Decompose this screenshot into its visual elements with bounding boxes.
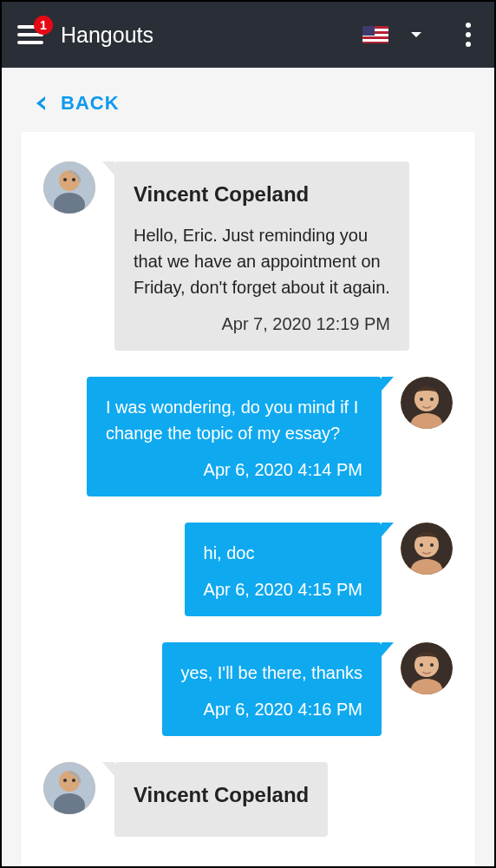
more-options-button[interactable] (458, 23, 479, 47)
back-label: BACK (61, 92, 120, 115)
message-bubble-other: Vincent Copeland Hello, Eric. Just remin… (114, 161, 409, 351)
message-row: I was wondering, do you mind if I change… (43, 377, 453, 496)
svg-point-8 (420, 398, 423, 401)
message-text: yes, I'll be there, thanks (181, 660, 362, 686)
svg-point-24 (72, 779, 75, 782)
message-bubble-self: I was wondering, do you mind if I change… (87, 377, 382, 496)
chevron-left-icon (36, 96, 45, 110)
app-header: 1 Hangouts (2, 2, 494, 68)
avatar[interactable] (43, 161, 95, 214)
message-row: Vincent Copeland (43, 762, 453, 837)
message-bubble-self: yes, I'll be there, thanks Apr 6, 2020 4… (162, 642, 382, 736)
message-row: yes, I'll be there, thanks Apr 6, 2020 4… (43, 642, 453, 736)
message-time: Apr 6, 2020 4:14 PM (106, 457, 362, 483)
message-bubble-other: Vincent Copeland (114, 762, 328, 837)
svg-point-3 (63, 178, 67, 181)
message-time: Apr 6, 2020 4:16 PM (181, 696, 362, 722)
language-dropdown-icon[interactable] (411, 32, 421, 37)
svg-point-9 (430, 398, 434, 401)
message-text: Hello, Eric. Just reminding you that we … (134, 222, 390, 300)
menu-button[interactable]: 1 (17, 25, 43, 44)
message-row: Vincent Copeland Hello, Eric. Just remin… (43, 161, 453, 351)
message-text: I was wondering, do you mind if I change… (106, 394, 362, 446)
message-time: Apr 7, 2020 12:19 PM (134, 311, 390, 337)
avatar[interactable] (43, 762, 95, 814)
avatar[interactable] (401, 377, 453, 429)
notification-badge: 1 (34, 16, 53, 35)
avatar[interactable] (401, 642, 453, 694)
message-text: hi, doc (204, 540, 362, 566)
message-row: hi, doc Apr 6, 2020 4:15 PM (43, 523, 453, 616)
svg-point-19 (430, 663, 434, 667)
avatar[interactable] (401, 523, 453, 575)
back-button[interactable]: BACK (2, 68, 494, 132)
sender-name: Vincent Copeland (134, 779, 309, 811)
svg-point-23 (63, 779, 67, 782)
conversation-card: Vincent Copeland Hello, Eric. Just remin… (21, 132, 475, 868)
svg-point-13 (420, 543, 423, 547)
svg-point-14 (430, 543, 434, 547)
us-flag-icon[interactable] (362, 26, 388, 43)
svg-point-18 (420, 663, 423, 667)
sender-name: Vincent Copeland (134, 179, 390, 210)
message-time: Apr 6, 2020 4:15 PM (204, 576, 362, 602)
message-bubble-self: hi, doc Apr 6, 2020 4:15 PM (185, 523, 382, 616)
svg-point-4 (72, 178, 75, 181)
app-title: Hangouts (61, 23, 153, 48)
